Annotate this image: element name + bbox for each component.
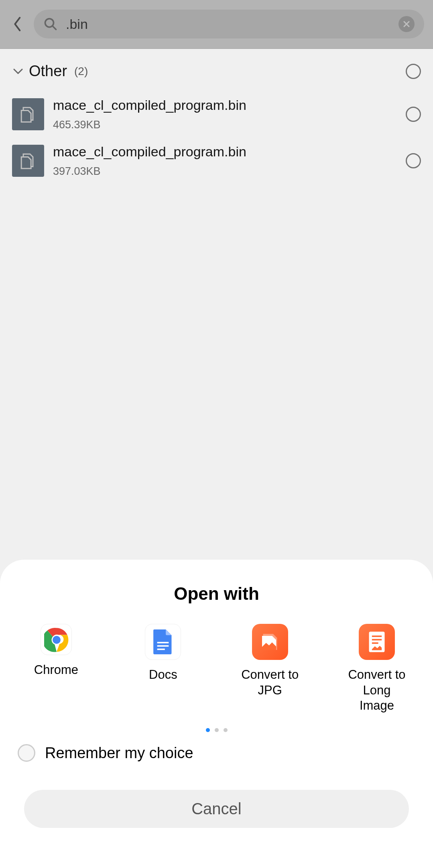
remember-choice-row[interactable]: Remember my choice <box>16 744 417 762</box>
svg-rect-11 <box>372 642 378 644</box>
file-select-radio[interactable] <box>406 153 421 168</box>
search-icon <box>43 17 58 31</box>
svg-rect-9 <box>372 635 382 637</box>
convert-long-image-icon <box>359 624 395 660</box>
pager-dots <box>16 728 417 732</box>
svg-rect-10 <box>372 639 382 640</box>
file-icon <box>12 145 44 177</box>
app-chrome[interactable]: Chrome <box>24 624 88 714</box>
docs-icon <box>145 624 181 660</box>
file-info: mace_cl_compiled_program.bin 397.03KB <box>53 144 397 178</box>
open-with-sheet: Open with Chrome <box>0 560 433 868</box>
app-label: Docs <box>149 667 177 683</box>
file-name: mace_cl_compiled_program.bin <box>53 97 397 113</box>
svg-point-0 <box>45 19 54 27</box>
section-title: Other <box>29 63 67 80</box>
file-info: mace_cl_compiled_program.bin 465.39KB <box>53 97 397 131</box>
file-icon <box>12 98 44 130</box>
svg-rect-6 <box>157 645 169 647</box>
svg-rect-5 <box>157 642 169 643</box>
pager-dot <box>215 728 219 732</box>
search-bar[interactable]: .bin <box>34 10 424 38</box>
file-name: mace_cl_compiled_program.bin <box>53 144 397 160</box>
cancel-button[interactable]: Cancel <box>24 790 409 828</box>
search-query[interactable]: .bin <box>66 16 390 32</box>
app-label: Chrome <box>34 662 78 678</box>
pager-dot-active <box>206 728 210 732</box>
convert-jpg-icon <box>252 624 288 660</box>
app-convert-long-image[interactable]: Convert to Long Image <box>345 624 409 714</box>
clear-search-icon[interactable] <box>398 16 415 32</box>
remember-radio[interactable] <box>18 744 35 762</box>
svg-rect-7 <box>157 648 165 650</box>
pager-dot <box>224 728 228 732</box>
file-select-radio[interactable] <box>406 107 421 122</box>
file-item[interactable]: mace_cl_compiled_program.bin 465.39KB <box>0 91 433 138</box>
cancel-label: Cancel <box>191 800 242 818</box>
app-convert-jpg[interactable]: Convert to JPG <box>238 624 302 714</box>
apps-row: Chrome Docs Co <box>16 624 417 714</box>
svg-point-4 <box>53 636 61 644</box>
file-size: 397.03KB <box>53 165 397 178</box>
section-count: (2) <box>74 65 88 78</box>
app-label: Convert to Long Image <box>345 667 409 714</box>
chrome-icon <box>41 624 72 655</box>
sheet-title: Open with <box>16 584 417 604</box>
file-size: 465.39KB <box>53 119 397 131</box>
app-label: Convert to JPG <box>238 667 302 698</box>
chevron-down-icon <box>12 65 24 77</box>
remember-label: Remember my choice <box>45 745 193 762</box>
svg-line-1 <box>53 26 56 30</box>
section-header[interactable]: Other (2) <box>0 49 433 91</box>
section-select-all[interactable] <box>406 64 421 79</box>
back-icon[interactable] <box>9 15 26 33</box>
app-docs[interactable]: Docs <box>131 624 195 714</box>
divider <box>0 48 433 49</box>
header: .bin <box>0 0 433 48</box>
file-item[interactable]: mace_cl_compiled_program.bin 397.03KB <box>0 138 433 184</box>
